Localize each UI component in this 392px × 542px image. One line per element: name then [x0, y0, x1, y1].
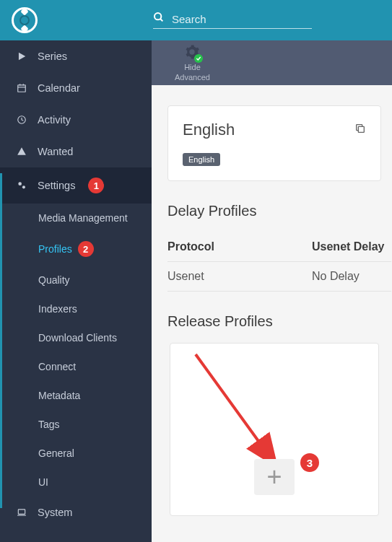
- hide-advanced-toggle[interactable]: Hide Advanced: [175, 44, 210, 82]
- svg-rect-3: [18, 85, 26, 92]
- language-tag: English: [183, 153, 220, 166]
- nav-label: System: [38, 507, 72, 518]
- logo-inner: [19, 15, 30, 25]
- search-container: [153, 12, 312, 29]
- svg-point-8: [18, 182, 22, 185]
- nav-activity[interactable]: Activity: [0, 104, 152, 136]
- gear-icon: [184, 44, 200, 61]
- toolbar-label-hide: Hide: [184, 63, 201, 71]
- app-logo[interactable]: [12, 7, 38, 33]
- profile-card[interactable]: English English: [167, 105, 381, 181]
- nav-series[interactable]: Series: [0, 40, 152, 72]
- nav-label: Calendar: [38, 82, 80, 94]
- card-header: English: [183, 121, 366, 139]
- nav-label: Settings: [38, 180, 75, 191]
- sub-download-clients[interactable]: Download Clients: [0, 323, 152, 352]
- svg-marker-2: [19, 53, 25, 61]
- sub-tags[interactable]: Tags: [0, 410, 152, 439]
- sub-general[interactable]: General: [0, 439, 152, 468]
- col-usenet-delay-header: Usenet Delay: [312, 240, 385, 253]
- svg-point-9: [22, 185, 25, 188]
- table-row[interactable]: Usenet No Delay: [167, 262, 391, 292]
- nav-settings[interactable]: Settings 1: [0, 167, 152, 204]
- annotation-badge-2: 2: [78, 241, 94, 257]
- sub-media-management[interactable]: Media Management: [0, 204, 152, 232]
- sub-connect[interactable]: Connect: [0, 352, 152, 381]
- app-header: [0, 0, 392, 40]
- nav-calendar[interactable]: Calendar: [0, 72, 152, 104]
- sub-indexers[interactable]: Indexers: [0, 294, 152, 323]
- nav-label: Series: [38, 51, 67, 62]
- play-icon: [16, 51, 27, 61]
- toolbar: Hide Advanced: [152, 40, 392, 85]
- cell-protocol: Usenet: [167, 270, 312, 283]
- check-icon: [194, 54, 203, 63]
- svg-rect-12: [358, 126, 364, 132]
- sub-quality[interactable]: Quality: [0, 266, 152, 294]
- sub-ui[interactable]: UI: [0, 468, 152, 497]
- laptop-icon: [16, 507, 27, 517]
- release-profile-card: + 3: [170, 343, 379, 516]
- col-protocol-header: Protocol: [167, 240, 312, 253]
- search-icon: [153, 12, 165, 26]
- delay-profiles-table: Protocol Usenet Delay Usenet No Delay: [167, 232, 391, 292]
- sub-metadata[interactable]: Metadata: [0, 381, 152, 410]
- sidebar-accent: [0, 173, 2, 508]
- warning-icon: [16, 147, 27, 157]
- release-profiles-heading: Release Profiles: [167, 313, 392, 330]
- clone-icon[interactable]: [354, 123, 366, 137]
- calendar-icon: [16, 83, 27, 93]
- profile-title: English: [183, 121, 235, 139]
- clock-icon: [16, 115, 27, 125]
- content: Hide Advanced English English Delay Prof…: [152, 40, 392, 542]
- cogs-icon: [16, 180, 27, 191]
- table-header-row: Protocol Usenet Delay: [167, 232, 391, 262]
- svg-line-14: [196, 354, 271, 459]
- svg-line-1: [160, 19, 162, 21]
- annotation-badge-1: 1: [88, 178, 104, 193]
- toolbar-label-advanced: Advanced: [175, 73, 210, 82]
- plus-icon: +: [266, 464, 282, 490]
- svg-rect-10: [18, 510, 25, 514]
- nav-wanted[interactable]: Wanted: [0, 136, 152, 167]
- annotation-badge-3: 3: [300, 453, 319, 472]
- layout: Series Calendar Activity Wanted Settings: [0, 40, 392, 542]
- sub-label: Profiles: [38, 243, 72, 255]
- nav-label: Wanted: [38, 146, 73, 157]
- cell-delay: No Delay: [312, 270, 360, 283]
- delay-profiles-heading: Delay Profiles: [167, 203, 392, 219]
- search-input[interactable]: [172, 13, 312, 25]
- sidebar: Series Calendar Activity Wanted Settings: [0, 40, 152, 542]
- nav-system[interactable]: System: [0, 497, 152, 528]
- add-release-profile-button[interactable]: + 3: [254, 459, 295, 495]
- nav-label: Activity: [38, 114, 71, 126]
- sub-profiles[interactable]: Profiles 2: [0, 232, 152, 266]
- annotation-arrow: [192, 351, 286, 473]
- svg-point-0: [154, 13, 161, 19]
